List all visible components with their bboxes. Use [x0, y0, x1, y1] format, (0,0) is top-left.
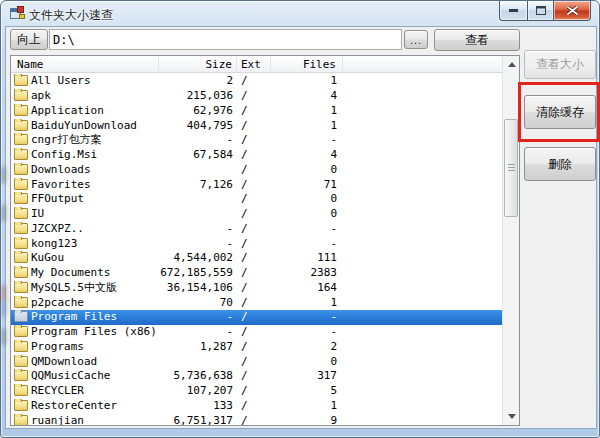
folder-name: RestoreCenter [31, 399, 117, 412]
list-item[interactable]: QQMusicCache 5,736,638 / 317 [11, 369, 502, 384]
folder-name: p2pcache [31, 296, 84, 309]
folder-size: 215,036 [159, 89, 237, 103]
list-item[interactable]: MySQL5.5中文版 36,154,106 / 164 [11, 281, 502, 296]
column-header-size[interactable]: Size [159, 56, 237, 73]
folder-name-cell: Downloads [11, 163, 159, 177]
folder-files: 2 [271, 340, 343, 354]
folder-ext: / [237, 133, 271, 147]
list-item[interactable]: JZCXPZ.. - / - [11, 222, 502, 237]
folder-name: QMDownload [31, 355, 97, 368]
column-header-files[interactable]: Files [271, 56, 343, 73]
scroll-down-button[interactable] [503, 408, 520, 425]
folder-files: 317 [271, 369, 343, 383]
list-item[interactable]: Programs 1,287 / 2 [11, 340, 502, 355]
column-header-ext[interactable]: Ext [237, 56, 271, 73]
folder-ext: / [237, 296, 271, 310]
list-item[interactable]: apk 215,036 / 4 [11, 89, 502, 104]
folder-size: 7,126 [159, 178, 237, 192]
scrollbar-thumb[interactable] [504, 119, 518, 217]
list-item[interactable]: Program Files (x86) - / - [11, 325, 502, 340]
folder-files: 1 [271, 104, 343, 118]
page-curl-artifact [1, 329, 6, 345]
list-item[interactable]: RestoreCenter 133 / 1 [11, 399, 502, 414]
list-item[interactable]: IU / 0 [11, 207, 502, 222]
list-item[interactable]: Favorites 7,126 / 71 [11, 177, 502, 192]
folder-name-cell: BaiduYunDownload [11, 119, 159, 133]
folder-name-cell: Programs [11, 340, 159, 354]
list-item[interactable]: Downloads / 0 [11, 163, 502, 178]
column-header-name[interactable]: Name [11, 56, 159, 73]
folder-ext: / [237, 355, 271, 369]
delete-button[interactable]: 删除 [524, 147, 596, 181]
folder-name-cell: IU [11, 207, 159, 221]
folder-files: - [271, 310, 343, 324]
app-icon-detail [17, 6, 24, 13]
view-size-button[interactable]: 查看大小 [524, 50, 596, 79]
page-curl-artifact [1, 167, 6, 183]
folder-ext: / [237, 104, 271, 118]
folder-ext: / [237, 325, 271, 339]
list-item[interactable]: BaiduYunDownload 404,795 / 1 [11, 118, 502, 133]
list-item[interactable]: Application 62,976 / 1 [11, 104, 502, 119]
folder-size: 5,736,638 [159, 369, 237, 383]
folder-size: - [159, 222, 237, 236]
minimize-button[interactable] [499, 1, 527, 21]
folder-files: 1 [271, 296, 343, 310]
folder-files: 4 [271, 89, 343, 103]
list-item[interactable]: QMDownload / 0 [11, 354, 502, 369]
folder-icon [14, 208, 28, 219]
folder-name-cell: QQMusicCache [11, 369, 159, 383]
folder-name: RECYCLER [31, 384, 84, 397]
folder-name-cell: All Users [11, 74, 159, 88]
folder-name-cell: RestoreCenter [11, 399, 159, 413]
folder-name: Program Files (x86) [31, 325, 157, 338]
list-item[interactable]: p2pcache 70 / 1 [11, 295, 502, 310]
path-input[interactable] [49, 29, 402, 50]
list-item[interactable]: Program Files - / - [11, 310, 502, 325]
folder-ext: / [237, 251, 271, 265]
scrollbar-grip-icon [508, 164, 515, 172]
folder-icon [14, 105, 28, 116]
app-icon-detail [19, 14, 25, 19]
list-item[interactable]: Config.Msi 67,584 / 4 [11, 148, 502, 163]
folder-files: 0 [271, 207, 343, 221]
list-item[interactable]: RECYCLER 107,207 / 5 [11, 384, 502, 399]
folder-ext: / [237, 340, 271, 354]
folder-icon [14, 223, 28, 234]
list-item[interactable]: All Users 2 / 1 [11, 74, 502, 89]
folder-icon [14, 282, 28, 293]
folder-size: 404,795 [159, 119, 237, 133]
folder-name: My Documents [31, 266, 110, 279]
folder-name: MySQL5.5中文版 [31, 281, 117, 294]
folder-icon [14, 164, 28, 175]
folder-name: BaiduYunDownload [31, 119, 137, 132]
folder-size: 4,544,002 [159, 251, 237, 265]
maximize-button[interactable] [527, 1, 554, 21]
folder-ext: / [237, 74, 271, 88]
minimize-icon [509, 8, 519, 13]
view-button[interactable]: 查看 [434, 29, 520, 51]
list-item[interactable]: cngr打包方案 - / - [11, 133, 502, 148]
close-button[interactable] [554, 1, 591, 21]
folder-ext: / [237, 414, 271, 425]
folder-name-cell: p2pcache [11, 296, 159, 310]
scroll-up-button[interactable] [503, 56, 520, 73]
list-item[interactable]: kong123 - / - [11, 236, 502, 251]
titlebar: 文件夹大小速查 [1, 1, 599, 27]
list-item[interactable]: FFOutput / 0 [11, 192, 502, 207]
list-item[interactable]: ruanjian 6,751,317 / 9 [11, 413, 502, 425]
list-item[interactable]: My Documents 672,185,559 / 2383 [11, 266, 502, 281]
folder-name: All Users [31, 74, 91, 87]
triangle-down-icon [508, 414, 516, 419]
folder-name: Downloads [31, 163, 91, 176]
list-item[interactable]: KuGou 4,544,002 / 111 [11, 251, 502, 266]
vertical-scrollbar[interactable] [502, 56, 519, 425]
folder-size: 672,185,559 [159, 266, 237, 280]
folder-size: 67,584 [159, 148, 237, 162]
folder-name-cell: kong123 [11, 237, 159, 251]
up-button[interactable]: 向上 [10, 29, 48, 50]
folder-name: Favorites [31, 178, 91, 191]
folder-ext: / [237, 192, 271, 206]
browse-button[interactable]: ... [404, 30, 428, 49]
app-window: 文件夹大小速查 向上 ... 查看 [0, 0, 600, 438]
